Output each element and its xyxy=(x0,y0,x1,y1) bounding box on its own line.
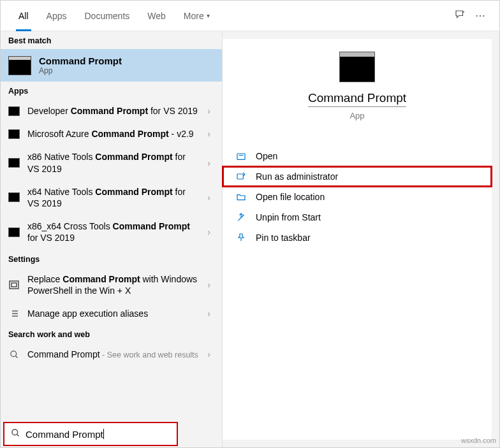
chevron-right-icon[interactable]: › xyxy=(203,308,214,319)
app-result-item[interactable]: x86_x64 Cross Tools Command Prompt for V… xyxy=(1,215,222,249)
action-open[interactable]: Open xyxy=(223,146,492,166)
search-input[interactable]: Command Prompt xyxy=(3,422,178,446)
svg-rect-0 xyxy=(10,281,18,289)
svg-point-8 xyxy=(10,351,16,357)
section-settings: Settings xyxy=(1,250,222,268)
svg-line-13 xyxy=(17,434,18,436)
settings-result-item[interactable]: Replace Command Prompt with Windows Powe… xyxy=(1,268,222,302)
filter-tabs: All Apps Documents Web More▾ ⋯ xyxy=(1,1,499,31)
tab-all[interactable]: All xyxy=(10,1,38,31)
search-icon xyxy=(8,350,20,359)
chevron-right-icon[interactable]: › xyxy=(203,129,214,139)
preview-subtitle: App xyxy=(223,111,492,120)
chevron-down-icon: ▾ xyxy=(207,12,210,19)
command-prompt-icon xyxy=(8,192,20,202)
feedback-icon[interactable] xyxy=(450,9,470,23)
action-run-as-administrator[interactable]: Run as administrator xyxy=(223,166,492,187)
text-cursor xyxy=(103,429,104,439)
command-prompt-icon xyxy=(8,106,20,116)
best-match-title: Command Prompt xyxy=(39,55,122,66)
admin-icon xyxy=(234,171,248,182)
web-result-item[interactable]: Command Prompt - See work and web result… xyxy=(1,343,222,366)
search-input-value: Command Prompt xyxy=(26,429,103,440)
action-open-file-location[interactable]: Open file location xyxy=(223,187,492,207)
unpin-icon xyxy=(234,212,248,222)
command-prompt-icon xyxy=(339,52,375,82)
action-pin-to-taskbar[interactable]: Pin to taskbar xyxy=(223,228,492,248)
app-result-item[interactable]: Microsoft Azure Command Prompt - v2.9 › xyxy=(1,122,222,145)
search-icon xyxy=(11,428,20,440)
command-prompt-icon xyxy=(8,56,31,75)
tab-web[interactable]: Web xyxy=(138,1,175,31)
chevron-right-icon[interactable]: › xyxy=(203,106,214,116)
settings-result-item[interactable]: Manage app execution aliases › xyxy=(1,302,222,325)
open-icon xyxy=(234,151,248,161)
section-apps: Apps xyxy=(1,82,222,99)
watermark: wsxdn.com xyxy=(461,437,496,444)
section-search-work-web: Search work and web xyxy=(1,325,222,343)
folder-icon xyxy=(234,192,248,202)
app-result-item[interactable]: Developer Command Prompt for VS 2019 › xyxy=(1,99,222,122)
search-bar: Command Prompt xyxy=(1,422,178,446)
chevron-right-icon[interactable]: › xyxy=(203,280,214,290)
app-result-item[interactable]: x64 Native Tools Command Prompt for VS 2… xyxy=(1,180,222,215)
command-prompt-icon xyxy=(8,228,20,237)
tab-apps[interactable]: Apps xyxy=(38,1,76,31)
pin-icon xyxy=(234,233,248,243)
command-prompt-icon xyxy=(8,158,20,168)
more-options-icon[interactable]: ⋯ xyxy=(470,10,490,22)
chevron-right-icon[interactable]: › xyxy=(203,192,214,203)
results-panel: Best match Command Prompt App Apps Devel… xyxy=(1,31,223,447)
svg-rect-10 xyxy=(237,154,245,159)
list-icon xyxy=(8,308,20,318)
app-result-item[interactable]: x86 Native Tools Command Prompt for VS 2… xyxy=(1,145,222,180)
svg-rect-11 xyxy=(237,174,243,179)
chevron-right-icon[interactable]: › xyxy=(203,227,214,237)
svg-line-9 xyxy=(15,356,17,358)
chevron-right-icon[interactable]: › xyxy=(203,349,214,359)
action-unpin-from-start[interactable]: Unpin from Start xyxy=(223,207,492,228)
svg-point-12 xyxy=(12,430,18,435)
best-match-subtitle: App xyxy=(39,66,122,75)
replace-icon xyxy=(8,280,20,289)
chevron-right-icon[interactable]: › xyxy=(203,158,214,168)
best-match-item[interactable]: Command Prompt App xyxy=(1,49,222,82)
section-best-match: Best match xyxy=(1,31,222,49)
preview-panel: Command Prompt App Open Run as administr… xyxy=(223,39,492,440)
svg-rect-1 xyxy=(11,283,17,287)
preview-title[interactable]: Command Prompt xyxy=(308,91,406,107)
tab-more[interactable]: More▾ xyxy=(175,1,219,31)
tab-documents[interactable]: Documents xyxy=(75,1,138,31)
command-prompt-icon xyxy=(8,129,20,139)
